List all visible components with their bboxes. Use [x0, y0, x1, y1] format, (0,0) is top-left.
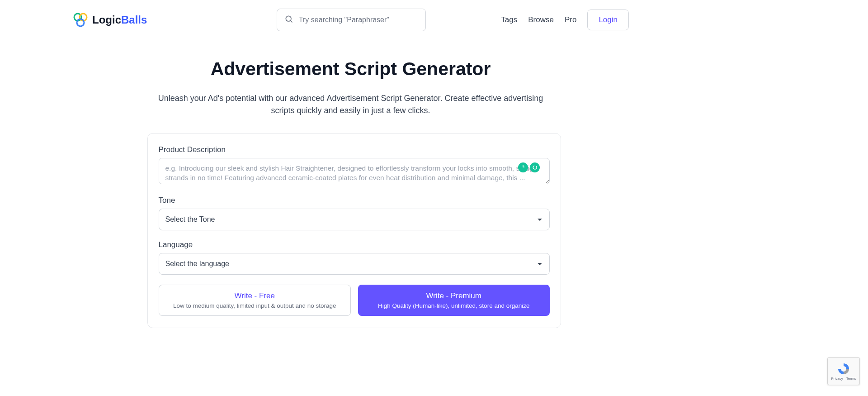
- tone-select[interactable]: Select the Tone: [159, 209, 550, 230]
- language-label: Language: [159, 240, 550, 249]
- write-premium-button[interactable]: Write - Premium High Quality (Human-like…: [358, 285, 550, 316]
- tone-select-wrap: Select the Tone: [159, 209, 550, 230]
- page-title: Advertisement Script Generator: [147, 58, 554, 80]
- svg-line-4: [291, 21, 292, 23]
- grammarly-badges: [518, 162, 540, 172]
- nav-pro[interactable]: Pro: [565, 15, 576, 24]
- nav-tags[interactable]: Tags: [501, 15, 517, 24]
- form-card: Product Description Tone Select the Tone…: [147, 133, 561, 328]
- product-description-input[interactable]: [159, 158, 550, 184]
- product-description-label: Product Description: [159, 145, 550, 154]
- login-button[interactable]: Login: [587, 10, 629, 30]
- logo[interactable]: LogicBalls: [72, 12, 147, 28]
- search-box[interactable]: [277, 9, 426, 31]
- write-free-sub: Low to medium quality, limited input & o…: [165, 302, 345, 309]
- search-input[interactable]: [299, 16, 418, 24]
- textarea-wrap: [159, 158, 550, 186]
- search-icon: [284, 14, 293, 25]
- grammarly-icon[interactable]: [530, 162, 540, 172]
- nav-browse[interactable]: Browse: [528, 15, 554, 24]
- grammarly-icon[interactable]: [518, 162, 528, 172]
- language-select[interactable]: Select the language: [159, 253, 550, 275]
- svg-point-3: [286, 16, 291, 21]
- write-premium-title: Write - Premium: [363, 291, 544, 301]
- language-select-wrap: Select the language: [159, 253, 550, 275]
- header: LogicBalls Tags Browse Pro Login: [0, 0, 701, 40]
- tone-label: Tone: [159, 196, 550, 205]
- write-free-button[interactable]: Write - Free Low to medium quality, limi…: [159, 285, 351, 316]
- main: Advertisement Script Generator Unleash y…: [147, 40, 554, 328]
- write-free-title: Write - Free: [165, 291, 345, 301]
- logo-icon: [72, 12, 89, 28]
- button-row: Write - Free Low to medium quality, limi…: [159, 285, 550, 316]
- page-subtitle: Unleash your Ad's potential with our adv…: [150, 92, 552, 117]
- nav: Tags Browse Pro Login: [501, 10, 629, 30]
- logo-text: LogicBalls: [92, 14, 147, 26]
- write-premium-sub: High Quality (Human-like), unlimited, st…: [363, 302, 544, 309]
